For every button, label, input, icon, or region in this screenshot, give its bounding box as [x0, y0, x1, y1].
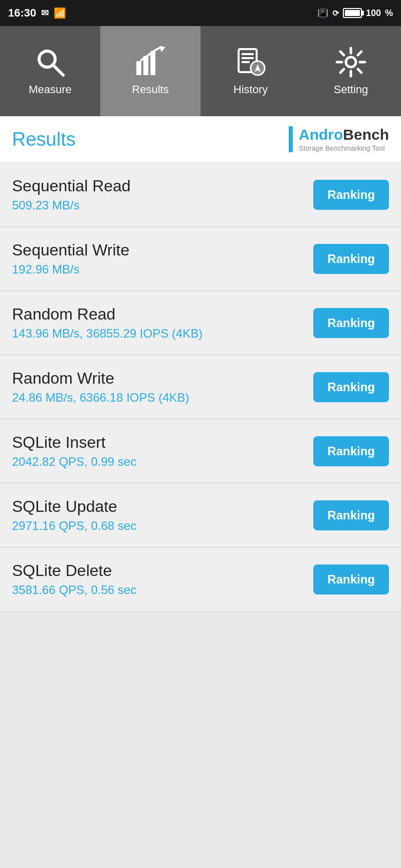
result-name: SQLite Delete — [12, 561, 313, 580]
result-info: Random Read143.96 MB/s, 36855.29 IOPS (4… — [12, 305, 313, 341]
brand-text-part2: Bench — [343, 126, 389, 143]
tab-results[interactable]: Results — [100, 26, 200, 116]
result-name: Sequential Write — [12, 241, 313, 259]
result-info: Random Write24.86 MB/s, 6366.18 IOPS (4K… — [12, 369, 313, 405]
table-row: Sequential Write192.96 MB/sRanking — [0, 227, 401, 291]
svg-marker-5 — [159, 46, 165, 52]
result-info: Sequential Write192.96 MB/s — [12, 241, 313, 276]
svg-rect-4 — [150, 51, 155, 75]
status-left: 16:30 ✉ 📶 — [8, 7, 66, 20]
result-name: SQLite Update — [12, 497, 313, 516]
nav-tabs: Measure Results History — [0, 26, 401, 116]
wifi-icon: 📶 — [54, 7, 66, 19]
tab-measure[interactable]: Measure — [0, 26, 100, 116]
page-header: Results AndroBench Storage Benchmarking … — [0, 116, 401, 163]
ranking-button[interactable]: Ranking — [313, 564, 389, 595]
result-value: 509.23 MB/s — [12, 198, 313, 212]
table-row: Random Read143.96 MB/s, 36855.29 IOPS (4… — [0, 291, 401, 355]
result-info: SQLite Delete3581.66 QPS, 0.56 sec — [12, 561, 313, 597]
svg-rect-9 — [242, 61, 250, 63]
result-info: Sequential Read509.23 MB/s — [12, 177, 313, 212]
tab-setting-label: Setting — [334, 83, 368, 96]
table-row: SQLite Update2971.16 QPS, 0.68 secRankin… — [0, 483, 401, 547]
rotate-icon: ⟳ — [332, 9, 339, 18]
svg-line-18 — [358, 69, 361, 73]
result-value: 2042.82 QPS, 0.99 sec — [12, 455, 313, 469]
brand-name: AndroBench Storage Benchmarking Tool — [299, 126, 389, 152]
svg-line-20 — [340, 69, 344, 73]
search-icon — [34, 46, 66, 78]
brand-subtitle: Storage Benchmarking Tool — [299, 144, 389, 152]
results-list: Sequential Read509.23 MB/sRankingSequent… — [0, 163, 401, 612]
svg-line-1 — [53, 65, 63, 75]
tab-history[interactable]: History — [200, 26, 301, 116]
history-icon — [235, 46, 267, 78]
ranking-button[interactable]: Ranking — [313, 244, 389, 274]
setting-icon — [335, 46, 367, 78]
notification-icon: ✉ — [41, 8, 49, 19]
result-name: Random Read — [12, 305, 313, 324]
brand-text: AndroBench — [299, 126, 389, 143]
tab-history-label: History — [234, 83, 268, 96]
status-time: 16:30 — [8, 7, 36, 20]
result-name: SQLite Insert — [12, 433, 313, 452]
result-info: SQLite Update2971.16 QPS, 0.68 sec — [12, 497, 313, 533]
result-value: 143.96 MB/s, 36855.29 IOPS (4KB) — [12, 327, 313, 341]
brand-bar-decoration — [289, 126, 293, 152]
ranking-button[interactable]: Ranking — [313, 180, 389, 210]
result-name: Random Write — [12, 369, 313, 388]
result-info: SQLite Insert2042.82 QPS, 0.99 sec — [12, 433, 313, 469]
table-row: Sequential Read509.23 MB/sRanking — [0, 163, 401, 227]
svg-rect-8 — [242, 57, 254, 59]
ranking-button[interactable]: Ranking — [313, 500, 389, 530]
tab-setting[interactable]: Setting — [301, 26, 401, 116]
result-value: 24.86 MB/s, 6366.18 IOPS (4KB) — [12, 391, 313, 405]
brand-logo: AndroBench Storage Benchmarking Tool — [289, 126, 389, 152]
status-bar: 16:30 ✉ 📶 📳 ⟳ 100% — [0, 0, 401, 26]
ranking-button[interactable]: Ranking — [313, 372, 389, 402]
result-value: 3581.66 QPS, 0.56 sec — [12, 583, 313, 597]
tab-measure-label: Measure — [29, 83, 72, 96]
brand-text-part1: Andro — [299, 126, 343, 143]
tab-results-label: Results — [132, 83, 168, 96]
battery-icon — [343, 8, 362, 18]
empty-area — [0, 612, 401, 812]
svg-rect-2 — [136, 61, 141, 75]
results-icon — [134, 46, 166, 78]
svg-line-17 — [340, 52, 344, 55]
result-value: 192.96 MB/s — [12, 262, 313, 276]
vibrate-icon: 📳 — [317, 8, 328, 19]
svg-point-12 — [346, 57, 356, 67]
ranking-button[interactable]: Ranking — [313, 436, 389, 466]
table-row: Random Write24.86 MB/s, 6366.18 IOPS (4K… — [0, 355, 401, 419]
page-title: Results — [12, 129, 76, 150]
svg-line-19 — [358, 52, 361, 55]
result-value: 2971.16 QPS, 0.68 sec — [12, 519, 313, 533]
ranking-button[interactable]: Ranking — [313, 308, 389, 338]
result-name: Sequential Read — [12, 177, 313, 195]
table-row: SQLite Insert2042.82 QPS, 0.99 secRankin… — [0, 419, 401, 483]
table-row: SQLite Delete3581.66 QPS, 0.56 secRankin… — [0, 547, 401, 612]
svg-rect-7 — [242, 53, 254, 55]
battery-percent: 100 — [366, 8, 381, 19]
status-right: 📳 ⟳ 100% — [317, 8, 393, 19]
